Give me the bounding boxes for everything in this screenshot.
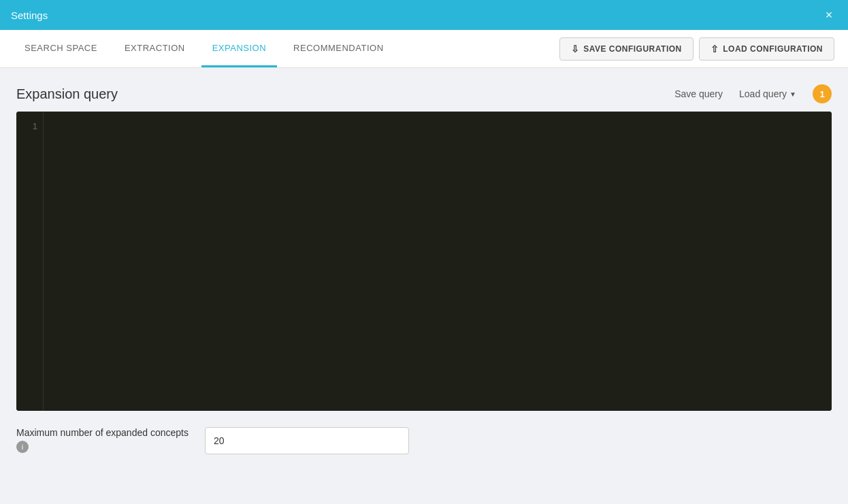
tab-expansion[interactable]: EXPANSION: [201, 30, 277, 67]
main-content: Expansion query Save query Load query ▼ …: [0, 68, 848, 504]
load-query-dropdown[interactable]: Load query ▼: [739, 88, 796, 99]
tab-actions: ⇩ SAVE CONFIGURATION ⇧ LOAD CONFIGURATIO…: [559, 37, 834, 61]
tab-recommendation[interactable]: RECOMMENDATION: [282, 30, 394, 67]
field-label: Maximum number of expanded concepts: [16, 427, 189, 438]
code-editor: 1: [16, 112, 832, 411]
window-title: Settings: [11, 10, 48, 21]
settings-window: Settings × SEARCH SPACE EXTRACTION EXPAN…: [0, 0, 848, 504]
field-label-group: Maximum number of expanded concepts i: [16, 427, 189, 453]
expanded-concepts-input-wrapper: [205, 427, 409, 454]
bottom-section: Maximum number of expanded concepts i: [16, 427, 832, 454]
tab-search-space[interactable]: SEARCH SPACE: [14, 30, 108, 67]
save-query-link[interactable]: Save query: [674, 88, 723, 99]
tab-bar: SEARCH SPACE EXTRACTION EXPANSION RECOMM…: [0, 30, 848, 68]
line-number-1: 1: [22, 120, 37, 133]
tab-list: SEARCH SPACE EXTRACTION EXPANSION RECOMM…: [14, 30, 395, 67]
load-configuration-button[interactable]: ⇧ LOAD CONFIGURATION: [699, 37, 834, 61]
download-icon: ⇩: [571, 44, 580, 54]
upload-icon: ⇧: [711, 44, 719, 54]
code-textarea[interactable]: [44, 112, 832, 411]
title-bar: Settings ×: [0, 0, 848, 30]
info-icon[interactable]: i: [16, 441, 29, 453]
save-configuration-button[interactable]: ⇩ SAVE CONFIGURATION: [559, 37, 694, 61]
expanded-concepts-input[interactable]: [205, 427, 409, 454]
query-actions: Save query Load query ▼ 1: [674, 84, 832, 103]
close-button[interactable]: ×: [821, 7, 837, 23]
notification-badge[interactable]: 1: [813, 84, 832, 103]
section-header: Expansion query Save query Load query ▼ …: [16, 84, 832, 103]
line-numbers: 1: [16, 112, 44, 411]
section-title: Expansion query: [16, 86, 118, 102]
chevron-down-icon: ▼: [789, 90, 796, 98]
tab-extraction[interactable]: EXTRACTION: [114, 30, 196, 67]
info-icon-row: i: [16, 441, 189, 453]
